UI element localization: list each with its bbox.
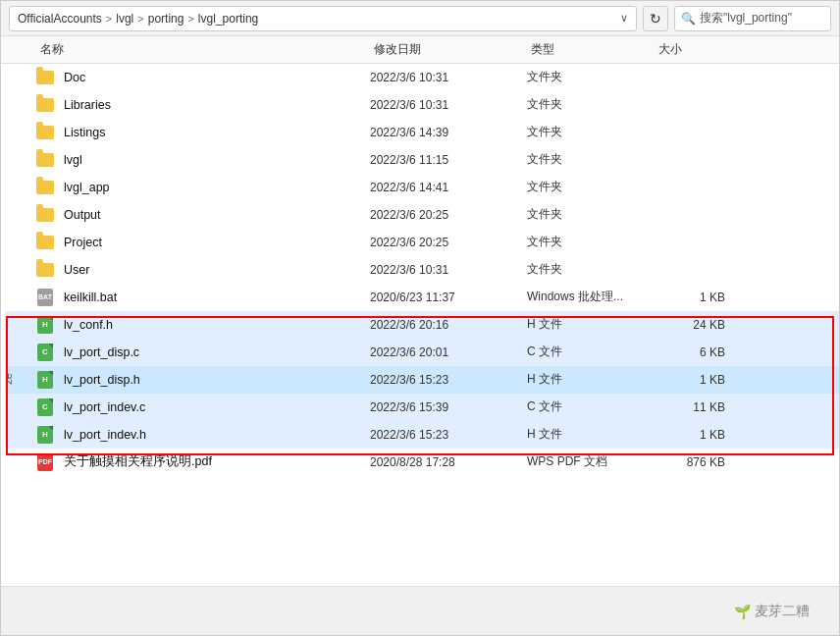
file-name-cell: C lv_port_disp.c bbox=[36, 344, 370, 361]
file-row[interactable]: H lv_port_indev.h 2022/3/6 15:23 H 文件 1 … bbox=[5, 421, 839, 449]
file-name-cell: Output bbox=[36, 206, 370, 224]
file-name: lvgl bbox=[64, 153, 82, 167]
file-explorer-window: OfficialAccounts > lvgl > porting > lvgl… bbox=[0, 0, 840, 636]
file-row[interactable]: H lv_conf.h 2022/3/6 20:16 H 文件 24 KB bbox=[5, 311, 839, 339]
file-type: C 文件 bbox=[527, 344, 655, 360]
bat-file-icon: BAT bbox=[37, 289, 53, 306]
file-date: 2022/3/6 10:31 bbox=[370, 263, 527, 277]
file-row[interactable]: PDF 关于触摸相关程序说明.pdf 2020/8/28 17:28 WPS P… bbox=[5, 449, 839, 476]
file-icon-wrapper bbox=[36, 261, 54, 279]
file-size: 11 KB bbox=[655, 400, 733, 414]
col-header-modified[interactable]: 修改日期 bbox=[370, 41, 527, 58]
search-text: 搜索"lvgl_porting" bbox=[700, 10, 792, 26]
refresh-icon: ↻ bbox=[650, 11, 661, 26]
file-icon-wrapper: H bbox=[36, 316, 54, 334]
file-date: 2020/6/23 11:37 bbox=[370, 291, 527, 304]
breadcrumb-item-2[interactable]: porting bbox=[148, 12, 184, 26]
file-date: 2022/3/6 20:01 bbox=[370, 345, 527, 359]
file-row[interactable]: BAT keilkill.bat 2020/6/23 11:37 Windows… bbox=[5, 284, 839, 311]
file-row[interactable]: C lv_port_disp.c 2022/3/6 20:01 C 文件 6 K… bbox=[5, 339, 839, 366]
file-type: 文件夹 bbox=[527, 179, 655, 195]
file-row[interactable]: lvgl 2022/3/6 11:15 文件夹 bbox=[5, 146, 839, 174]
file-name-cell: BAT keilkill.bat bbox=[36, 289, 370, 306]
file-icon-wrapper: H bbox=[36, 426, 54, 444]
file-name-cell: Doc bbox=[36, 69, 370, 86]
breadcrumb-dropdown-icon[interactable]: ∨ bbox=[620, 12, 628, 25]
folder-icon bbox=[36, 126, 54, 139]
file-type: 文件夹 bbox=[527, 261, 655, 278]
file-date: 2022/3/6 14:41 bbox=[370, 181, 527, 194]
folder-icon bbox=[36, 71, 54, 84]
file-row[interactable]: lvgl_app 2022/3/6 14:41 文件夹 bbox=[5, 174, 839, 201]
file-icon-wrapper: C bbox=[36, 398, 54, 416]
file-row[interactable]: Libraries 2022/3/6 10:31 文件夹 bbox=[5, 91, 839, 119]
file-name: lv_port_disp.h bbox=[64, 373, 140, 387]
watermark-text: 麦芽二糟 bbox=[755, 603, 810, 620]
breadcrumb-item-0[interactable]: OfficialAccounts bbox=[18, 12, 102, 26]
file-size: 6 KB bbox=[655, 345, 733, 359]
file-name: User bbox=[64, 263, 89, 277]
breadcrumb-area[interactable]: OfficialAccounts > lvgl > porting > lvgl… bbox=[9, 6, 637, 31]
breadcrumb-item-1[interactable]: lvgl bbox=[116, 12, 133, 26]
file-row[interactable]: Project 2022/3/6 20:25 文件夹 bbox=[5, 229, 839, 256]
refresh-button[interactable]: ↻ bbox=[643, 6, 668, 31]
file-name-cell: Listings bbox=[36, 124, 370, 141]
file-icon-wrapper: BAT bbox=[36, 289, 54, 306]
file-row[interactable]: C lv_port_indev.c 2022/3/6 15:39 C 文件 11… bbox=[5, 394, 839, 421]
folder-icon bbox=[36, 263, 54, 277]
h-file-icon: H bbox=[37, 426, 53, 444]
file-name-cell: PDF 关于触摸相关程序说明.pdf bbox=[36, 453, 370, 471]
file-icon-wrapper bbox=[36, 124, 54, 141]
file-name: lv_port_disp.c bbox=[64, 345, 139, 359]
file-date: 2022/3/6 10:31 bbox=[370, 98, 527, 112]
c-file-icon: C bbox=[37, 398, 53, 416]
file-row[interactable]: Doc 2022/3/6 10:31 文件夹 bbox=[5, 64, 839, 91]
file-type: 文件夹 bbox=[527, 124, 655, 140]
file-icon-wrapper bbox=[36, 69, 54, 86]
file-row[interactable]: H lv_port_disp.h 2022/3/6 15:23 H 文件 1 K… bbox=[5, 366, 839, 394]
c-file-icon: C bbox=[37, 344, 53, 361]
file-name-cell: lvgl bbox=[36, 151, 370, 169]
file-size: 24 KB bbox=[655, 318, 733, 332]
file-row[interactable]: Output 2022/3/6 20:25 文件夹 bbox=[5, 201, 839, 229]
search-area[interactable]: 🔍 搜索"lvgl_porting" bbox=[674, 6, 831, 31]
folder-icon bbox=[36, 208, 54, 222]
file-date: 2022/3/6 15:23 bbox=[370, 428, 527, 442]
file-type: H 文件 bbox=[527, 316, 655, 333]
file-size: 1 KB bbox=[655, 373, 733, 387]
file-row[interactable]: User 2022/3/6 10:31 文件夹 bbox=[5, 256, 839, 284]
file-size: 1 KB bbox=[655, 428, 733, 442]
file-size: 1 KB bbox=[655, 291, 733, 304]
file-type: 文件夹 bbox=[527, 96, 655, 113]
file-icon-wrapper: C bbox=[36, 344, 54, 361]
h-file-icon: H bbox=[37, 371, 53, 389]
file-date: 2022/3/6 11:15 bbox=[370, 153, 527, 167]
file-name: Listings bbox=[64, 126, 105, 139]
file-icon-wrapper bbox=[36, 234, 54, 251]
search-icon: 🔍 bbox=[681, 12, 696, 26]
col-header-type[interactable]: 类型 bbox=[527, 41, 655, 58]
file-name-cell: lvgl_app bbox=[36, 179, 370, 196]
file-name: lv_conf.h bbox=[64, 318, 113, 332]
file-name: keilkill.bat bbox=[64, 291, 117, 304]
toolbar: OfficialAccounts > lvgl > porting > lvgl… bbox=[1, 1, 839, 36]
file-type: WPS PDF 文档 bbox=[527, 453, 655, 470]
file-name-cell: Libraries bbox=[36, 96, 370, 114]
col-header-name[interactable]: 名称 bbox=[36, 41, 370, 58]
file-icon-wrapper: PDF bbox=[36, 453, 54, 471]
watermark: 🌱 麦芽二糟 bbox=[734, 603, 810, 620]
file-name: Project bbox=[64, 236, 102, 249]
pdf-file-icon: PDF bbox=[37, 453, 53, 471]
file-area: Doc 2022/3/6 10:31 文件夹 Libraries 2022/3/… bbox=[1, 64, 839, 586]
watermark-icon: 🌱 bbox=[734, 604, 751, 619]
column-headers: 名称 修改日期 类型 大小 bbox=[1, 36, 839, 64]
file-row[interactable]: Listings 2022/3/6 14:39 文件夹 bbox=[5, 119, 839, 146]
file-name: Output bbox=[64, 208, 101, 222]
file-date: 2022/3/6 20:25 bbox=[370, 236, 527, 249]
breadcrumb-sep-2: > bbox=[187, 13, 193, 25]
file-date: 2022/3/6 20:16 bbox=[370, 318, 527, 332]
col-header-size[interactable]: 大小 bbox=[655, 41, 733, 58]
file-type: 文件夹 bbox=[527, 206, 655, 223]
file-type: 文件夹 bbox=[527, 69, 655, 85]
folder-icon bbox=[36, 98, 54, 112]
